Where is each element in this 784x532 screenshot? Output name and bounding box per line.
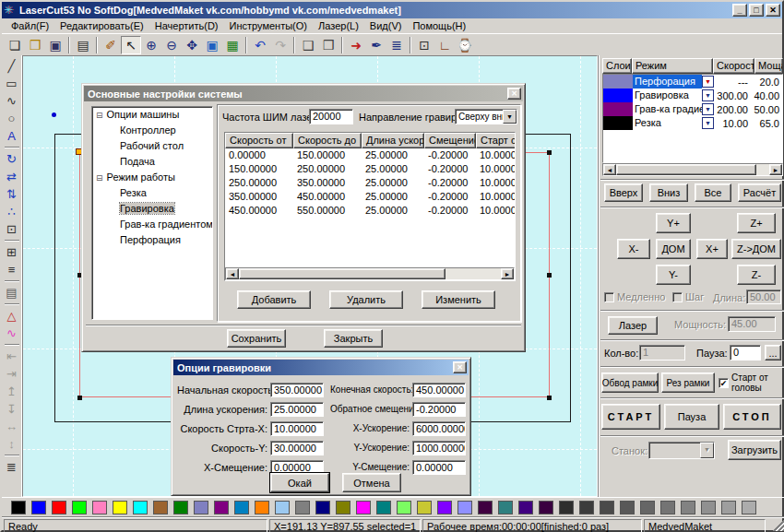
redo-icon[interactable]: ↷ xyxy=(270,36,291,54)
engrave-direction-select[interactable]: Сверху вниз ▼ xyxy=(455,109,517,124)
ungroup-icon[interactable]: ❒ xyxy=(318,36,339,54)
palette-swatch[interactable] xyxy=(579,501,594,514)
simulate-icon[interactable]: ➜ xyxy=(346,36,366,54)
tree-item[interactable]: Перфорация xyxy=(92,232,212,248)
palette-swatch[interactable] xyxy=(640,501,655,514)
laser-button[interactable]: Лазер xyxy=(608,316,658,335)
ellipse-tool-icon[interactable]: ○ xyxy=(3,110,21,127)
selection-handle[interactable] xyxy=(547,150,552,155)
zoom-in-icon[interactable]: ⊕ xyxy=(141,36,161,54)
jog-z-home-button[interactable]: Z->ДОМ xyxy=(731,239,781,259)
print-export-icon[interactable]: ▤ xyxy=(73,36,93,54)
align-icon[interactable]: ≡ xyxy=(3,261,21,278)
close-button[interactable]: ✕ xyxy=(766,4,780,17)
pan-icon[interactable]: ✥ xyxy=(182,36,202,54)
pick-point-icon[interactable]: ✒ xyxy=(366,36,386,54)
palette-swatch[interactable] xyxy=(539,501,553,514)
minimize-button[interactable]: _ xyxy=(732,4,747,17)
scroll-right-icon[interactable]: ► xyxy=(769,164,782,175)
palette-swatch[interactable] xyxy=(478,501,493,514)
palette-swatch[interactable] xyxy=(194,501,208,514)
field-input[interactable]: 25.00000 xyxy=(270,402,324,417)
column-header[interactable]: Скорость от xyxy=(225,133,293,148)
select-all-button[interactable]: Все xyxy=(695,183,731,202)
menu-item[interactable]: Редактировать(E) xyxy=(54,19,149,32)
palette-swatch[interactable] xyxy=(417,501,432,514)
params-list-icon[interactable]: ≣ xyxy=(386,36,407,54)
table-row[interactable]: 0.00000 150.00000 25.00000 -0.20000 10.0… xyxy=(225,148,515,162)
palette-swatch[interactable] xyxy=(498,501,513,514)
open-icon[interactable]: ❒ xyxy=(25,36,45,54)
timer-icon[interactable]: ⌚ xyxy=(455,36,475,54)
settings-dialog-titlebar[interactable]: Основные настройки системы ✕ xyxy=(84,86,523,101)
save-settings-button[interactable]: Сохранить xyxy=(227,329,286,348)
polyline-tool-icon[interactable]: ∿ xyxy=(3,92,21,110)
table-row[interactable]: 350.00000 450.00000 25.00000 -0.20000 10… xyxy=(225,190,515,204)
engrave-dialog-titlebar[interactable]: Опции гравировки ✕ xyxy=(173,360,469,375)
zoom-out-icon[interactable]: ⊖ xyxy=(161,36,182,54)
slow-checkbox[interactable] xyxy=(604,292,614,302)
palette-swatch[interactable] xyxy=(11,501,26,514)
palette-swatch[interactable] xyxy=(681,501,695,514)
pause-field[interactable]: 0 xyxy=(730,345,761,361)
tree-expand-icon[interactable]: ⊟ xyxy=(96,173,103,183)
selection-handle[interactable] xyxy=(547,396,552,400)
layer-mode-dropdown[interactable]: ▼ xyxy=(702,103,714,115)
text-tool-icon[interactable]: A xyxy=(3,127,21,145)
start-from-head-checkbox[interactable]: ✔ xyxy=(719,378,729,388)
mirror-vertical-icon[interactable]: ⇅ xyxy=(3,185,21,203)
column-header[interactable]: Старт скорость xyxy=(476,133,516,148)
layer-row[interactable]: Перфорация ▼ --- 20.0 xyxy=(603,75,782,89)
palette-swatch[interactable] xyxy=(356,501,371,514)
maximize-button[interactable]: □ xyxy=(749,4,764,17)
palette-swatch[interactable] xyxy=(133,501,148,514)
table-row[interactable]: 250.00000 350.00000 25.00000 -0.20000 10… xyxy=(225,176,515,190)
pwm-field[interactable]: 20000 xyxy=(309,109,353,124)
field-input[interactable]: -0.20000 xyxy=(412,402,466,417)
edit-button[interactable]: Изменить xyxy=(422,290,495,309)
speed-table-hscrollbar[interactable]: ◄ ► xyxy=(225,267,515,280)
palette-swatch[interactable] xyxy=(559,501,574,514)
palette-swatch[interactable] xyxy=(295,501,310,514)
palette-swatch[interactable] xyxy=(153,501,168,514)
engrave-dialog-close-icon[interactable]: ✕ xyxy=(453,361,467,373)
scroll-thumb[interactable] xyxy=(239,268,445,279)
brush-icon[interactable]: ✐ xyxy=(101,36,121,54)
field-input[interactable]: 450.00000 xyxy=(412,383,466,397)
select-icon[interactable]: ↖ xyxy=(121,36,141,54)
jog-x-plus-button[interactable]: X+ xyxy=(696,239,728,259)
menu-item[interactable]: Инструменты(O) xyxy=(224,19,313,32)
tree-item[interactable]: Гравировка xyxy=(92,201,212,217)
delete-button[interactable]: Удалить xyxy=(329,290,403,309)
jog-z-minus-button[interactable]: Z- xyxy=(737,265,776,285)
step-checkbox[interactable] xyxy=(672,292,683,302)
tree-item[interactable]: Рабочий стол xyxy=(92,138,212,154)
layer-mode-dropdown[interactable]: ▼ xyxy=(702,117,714,129)
menu-item[interactable]: Начертить(D) xyxy=(149,19,224,32)
tree-item[interactable]: Резка xyxy=(92,185,212,201)
ok-button[interactable]: Окай xyxy=(270,473,329,492)
menu-item[interactable]: Вид(V) xyxy=(364,19,408,32)
layer-row[interactable]: Грав-ка градиентом ▼ 200.00 50.00 xyxy=(603,102,782,116)
scroll-right-icon[interactable]: ► xyxy=(501,268,514,279)
palette-swatch[interactable] xyxy=(255,501,269,514)
palette-swatch[interactable] xyxy=(457,501,472,514)
tree-item[interactable]: Контроллер xyxy=(92,123,212,138)
palette-swatch[interactable] xyxy=(173,501,188,514)
layer-row[interactable]: Резка ▼ 10.00 65.0 xyxy=(603,116,782,130)
palette-swatch[interactable] xyxy=(600,501,614,514)
resize-grip[interactable] xyxy=(773,520,784,531)
palette-swatch[interactable] xyxy=(315,501,330,514)
image-frame-icon[interactable]: ▦ xyxy=(222,36,243,54)
line-tool-icon[interactable]: ╱ xyxy=(3,57,21,75)
field-input[interactable]: 350.00000 xyxy=(270,383,324,397)
calc-button[interactable]: Расчёт xyxy=(738,183,781,202)
field-input[interactable]: 0.00000 xyxy=(412,460,466,475)
tree-item[interactable]: Грав-ка градиентом xyxy=(92,217,212,232)
tree-expand-icon[interactable]: ⊟ xyxy=(96,111,103,120)
palette-swatch[interactable] xyxy=(437,501,452,514)
close-settings-button[interactable]: Закрыть xyxy=(324,329,383,348)
jog-z-plus-button[interactable]: Z+ xyxy=(737,213,776,233)
palette-swatch[interactable] xyxy=(72,501,87,514)
field-input[interactable]: 30.00000 xyxy=(270,441,324,455)
